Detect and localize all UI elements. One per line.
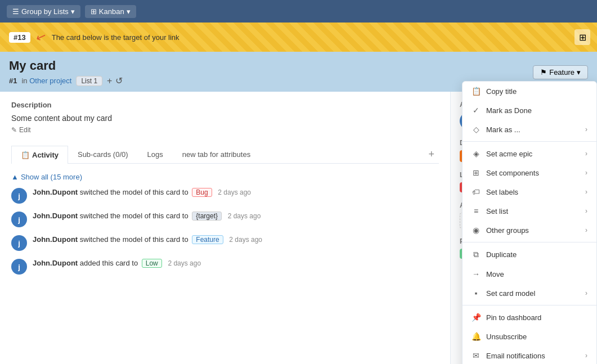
chevron-down-icon: ▾ [71, 7, 75, 16]
chevron-right-icon: › [585, 226, 587, 234]
menu-move[interactable]: → Move [463, 264, 596, 284]
add-tab-btn[interactable]: + [424, 146, 439, 163]
menu-label: Unsubscribe [486, 332, 527, 341]
warning-banner: #13 ↙ The card below is the target of yo… [0, 23, 597, 52]
menu-label: Move [486, 270, 504, 278]
activity-text: John.Dupont added this card to Low 2 day… [33, 259, 439, 268]
tab-subcards[interactable]: Sub-cards (0/0) [68, 145, 138, 163]
menu-set-card-model[interactable]: ▪ Set card model › [463, 284, 596, 303]
menu-mark-as[interactable]: ◇ Mark as ... › [463, 120, 596, 139]
menu-set-components[interactable]: ⊞ Set components › [463, 163, 596, 182]
menu-label: Set list [486, 207, 508, 215]
components-icon: ⊞ [472, 168, 481, 177]
menu-set-epic[interactable]: ◈ Set acme epic › [463, 144, 596, 163]
project-link[interactable]: Other project [29, 77, 71, 85]
chevron-right-icon: › [585, 169, 587, 177]
tab-activity[interactable]: 📋 Activity [11, 146, 68, 164]
card-main: Description Some content about my card ✎… [0, 92, 451, 364]
chevron-right-icon: › [585, 207, 587, 215]
chevron-right-icon: › [585, 289, 587, 297]
activity-item: j John.Dupont switched the model of this… [11, 212, 439, 227]
activity-item: j John.Dupont switched the model of this… [11, 235, 439, 251]
activity-badge: Feature [192, 235, 223, 244]
kanban-icon: ⊞ [91, 7, 97, 16]
chevron-right-icon: › [585, 125, 587, 133]
flag-icon: ⚑ [540, 68, 547, 77]
move-icon: → [472, 269, 481, 278]
tab-attributes[interactable]: new tab for attributes [173, 145, 260, 163]
chevron-down-icon: ▾ [577, 68, 581, 77]
tab-logs[interactable]: Logs [138, 145, 173, 163]
show-all-btn[interactable]: ▲ Show all (15 more) [11, 173, 82, 181]
tab-icon: 📋 [21, 151, 30, 159]
epic-icon: ◈ [472, 149, 481, 158]
description-content: Some content about my card [11, 114, 439, 123]
activity-time: 2 days ago [229, 236, 262, 244]
copy-icon: 📋 [472, 87, 481, 96]
chevron-up-icon: ▲ [11, 173, 19, 181]
card-project: in Other project [21, 77, 71, 85]
menu-pin-dashboard[interactable]: 📌 Pin to dashboard [463, 308, 596, 327]
card-model-icon: ▪ [472, 289, 481, 298]
diamond-icon: ◇ [472, 125, 481, 134]
arrow-icon: ↙ [34, 29, 48, 46]
groups-icon: ◉ [472, 226, 481, 235]
activity-time: 2 days ago [218, 188, 251, 196]
warning-text: The card below is the target of your lin… [52, 33, 179, 42]
menu-label: Mark as Done [486, 106, 532, 115]
card-meta: #1 in Other project List 1 + ↺ [9, 75, 123, 86]
activity-time: 2 days ago [168, 259, 201, 267]
menu-label: Set components [486, 169, 539, 177]
activity-badge: Low [142, 259, 162, 268]
menu-set-labels[interactable]: 🏷 Set labels › [463, 182, 596, 201]
tabs-container: 📋 Activity Sub-cards (0/0) Logs new tab … [11, 145, 439, 164]
menu-label: Set labels [486, 188, 518, 196]
avatar: j [11, 188, 27, 204]
duplicate-icon: ⧉ [472, 250, 481, 259]
menu-unsubscribe[interactable]: 🔔 Unsubscribe [463, 327, 596, 346]
activity-user: John.Dupont [33, 259, 78, 267]
pencil-icon: ✎ [11, 126, 17, 134]
menu-copy-title[interactable]: 📋 Copy title [463, 82, 596, 101]
menu-label: Set card model [486, 289, 535, 298]
card-header-right: ⚑ Feature ▾ [533, 65, 588, 79]
activity-user: John.Dupont [33, 235, 78, 244]
add-meta-btn[interactable]: + [107, 75, 112, 86]
card-id-badge: #13 [9, 32, 30, 43]
menu-mark-done[interactable]: ✓ Mark as Done [463, 101, 596, 120]
menu-divider [463, 242, 596, 242]
menu-email-notifications[interactable]: ✉ Email notifications › [463, 346, 596, 364]
warning-close-btn[interactable]: ⊞ [574, 29, 590, 45]
feature-btn[interactable]: ⚑ Feature ▾ [533, 65, 588, 79]
menu-label: Copy title [486, 87, 517, 96]
list-icon: ≡ [472, 206, 481, 215]
activity-user: John.Dupont [33, 212, 78, 220]
card-wrapper: My card #1 in Other project List 1 + ↺ [0, 52, 597, 364]
bell-icon: 🔔 [472, 332, 481, 341]
menu-label: Set acme epic [486, 150, 532, 158]
card-title: My card [9, 59, 123, 73]
check-icon: ✓ [472, 106, 481, 115]
activity-item: j John.Dupont switched the model of this… [11, 188, 439, 204]
menu-duplicate[interactable]: ⧉ Duplicate [463, 245, 596, 264]
menu-set-list[interactable]: ≡ Set list › [463, 201, 596, 221]
avatar: j [11, 259, 27, 275]
list-badge[interactable]: List 1 [76, 76, 102, 86]
menu-divider [463, 141, 596, 142]
kanban-btn[interactable]: ⊞ Kanban ▾ [85, 5, 136, 18]
email-icon: ✉ [472, 351, 481, 360]
history-btn[interactable]: ↺ [115, 75, 123, 86]
group-by-lists-btn[interactable]: ☰ Group by Lists ▾ [7, 5, 80, 18]
activity-section: ▲ Show all (15 more) j John.Dupont switc… [11, 173, 439, 275]
pin-icon: 📌 [472, 313, 481, 322]
activity-text: John.Dupont switched the model of this c… [33, 212, 439, 221]
menu-label: Other groups [486, 226, 529, 235]
menu-divider [463, 305, 596, 305]
activity-text: John.Dupont switched the model of this c… [33, 188, 439, 197]
menu-label: Pin to dashboard [486, 313, 541, 322]
edit-link[interactable]: ✎ Edit [11, 126, 439, 134]
activity-badge: {target} [192, 212, 222, 221]
menu-other-groups[interactable]: ◉ Other groups › [463, 221, 596, 240]
menu-label: Duplicate [486, 250, 517, 259]
menu-label: Mark as ... [486, 125, 520, 134]
